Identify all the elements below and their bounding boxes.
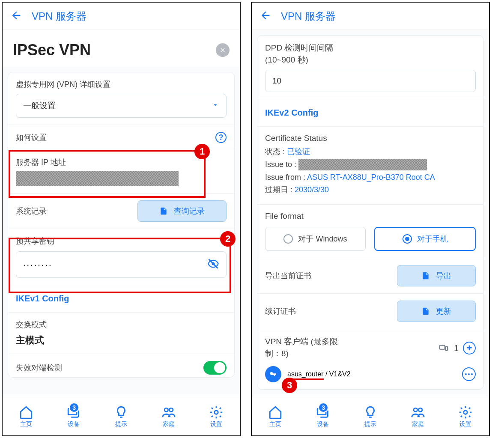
export-label: 导出当前证书 [265, 271, 311, 281]
nav-settings[interactable]: 设置 [458, 405, 473, 428]
howto-label: 如何设置 [16, 132, 47, 143]
nav-tip[interactable]: 提示 [363, 405, 378, 428]
page-title: VPN 服务器 [32, 9, 86, 23]
dpd-value: 10 [272, 76, 281, 85]
expiry-value: 2030/3/30 [295, 185, 329, 194]
phone-right: VPN 服务器 DPD 检测时间间隔 (10~900 秒) 10 IKEv2 C… [251, 2, 490, 436]
page-title-r: VPN 服务器 [281, 9, 336, 23]
issue-from-label: Issue from : [265, 173, 307, 182]
syslog-section: 系统记录 查询记录 [8, 194, 234, 229]
back-arrow-icon[interactable] [259, 9, 271, 23]
radio-mobile[interactable]: 对于手机 [374, 227, 476, 251]
dpd-toggle[interactable] [203, 361, 227, 375]
renew-label: 续订证书 [265, 306, 296, 316]
radio-dot-icon [403, 234, 412, 244]
issue-from-row: Issue from : ASUS RT-AX88U_Pro-B370 Root… [265, 173, 476, 182]
detail-select[interactable]: 一般设置 [16, 94, 227, 118]
client-user-text: asus_router / V1&V2 [287, 370, 351, 378]
status-value: 已验证 [287, 147, 310, 156]
add-client-button[interactable]: + [463, 342, 476, 355]
dpd-label-1: DPD 检测时间间隔 [265, 42, 476, 54]
nav-device-badge: 3 [318, 402, 328, 413]
nav-home-label: 主页 [20, 420, 32, 428]
client-user-suffix: / V1&V2 [324, 370, 351, 378]
content-right: DPD 检测时间间隔 (10~900 秒) 10 IKEv2 Config Ce… [252, 30, 489, 397]
radio-mobile-label: 对于手机 [417, 234, 448, 244]
content-left: IPSec VPN 虚拟专用网 (VPN) 详细设置 一般设置 如何设置 ? 服… [3, 30, 240, 397]
radio-row: 对于 Windows 对于手机 [265, 227, 476, 251]
nav-family-label: 家庭 [163, 420, 175, 428]
nav-home-label: 主页 [269, 420, 281, 428]
close-icon[interactable] [216, 43, 230, 57]
detail-value: 一般设置 [23, 100, 56, 111]
help-icon[interactable]: ? [215, 132, 227, 143]
nav-home[interactable]: 主页 [19, 405, 33, 428]
client-label-1: VPN 客户端 (最多限 [265, 336, 338, 347]
more-icon[interactable] [462, 367, 476, 381]
svg-point-7 [414, 408, 418, 412]
bottom-nav: 主页 3 设备 提示 家庭 设置 [3, 397, 240, 435]
export-section: 导出当前证书 导出 [257, 258, 483, 294]
client-header-row: VPN 客户端 (最多限 制：8) 1 + [265, 336, 476, 360]
export-btn-label: 导出 [436, 271, 451, 281]
ipsec-title: IPSec VPN [13, 41, 91, 59]
query-log-button[interactable]: 查询记录 [137, 200, 227, 222]
topbar: VPN 服务器 [3, 3, 240, 30]
nav-settings-label: 设置 [459, 420, 471, 428]
renew-btn-label: 更新 [436, 306, 451, 316]
settings-card-r: DPD 检测时间间隔 (10~900 秒) 10 IKEv2 Config Ce… [257, 35, 484, 390]
query-log-label: 查询记录 [174, 206, 205, 216]
radio-dot-icon [283, 234, 293, 244]
settings-card: 虚拟专用网 (VPN) 详细设置 一般设置 如何设置 ? 服务器 IP 地址 系… [8, 72, 235, 378]
issue-to-row: Issue to : [265, 159, 476, 170]
svg-point-3 [214, 410, 218, 414]
callout-1-box [9, 150, 206, 198]
nav-tip-label: 提示 [115, 420, 127, 428]
export-button[interactable]: 导出 [397, 265, 476, 286]
expiry-row: 过期日 : 2030/3/30 [265, 185, 476, 195]
callout-1-badge: 1 [194, 144, 210, 159]
nav-tip-label: 提示 [364, 420, 376, 428]
svg-point-2 [169, 408, 173, 412]
callout-2-box [9, 238, 231, 293]
bottom-nav-r: 主页 3 设备 提示 家庭 设置 [252, 397, 489, 435]
file-format-label: File format [265, 212, 476, 221]
dpd-input[interactable]: 10 [265, 70, 476, 92]
nav-device-label: 设备 [317, 420, 329, 428]
nav-family[interactable]: 家庭 [161, 405, 176, 428]
nav-tip[interactable]: 提示 [114, 405, 128, 428]
nav-device-label: 设备 [68, 420, 80, 428]
detail-label: 虚拟专用网 (VPN) 详细设置 [16, 79, 227, 89]
nav-device-badge: 3 [69, 402, 79, 413]
renew-button[interactable]: 更新 [397, 301, 476, 322]
exchange-label: 交换模式 [16, 319, 227, 330]
issue-to-redacted [298, 159, 427, 170]
nav-settings[interactable]: 设置 [209, 405, 224, 428]
svg-point-1 [164, 408, 168, 412]
key-icon [265, 366, 281, 382]
nav-device[interactable]: 3 设备 [66, 405, 81, 428]
file-format-section: File format 对于 Windows 对于手机 [257, 205, 483, 258]
nav-device[interactable]: 3 设备 [316, 405, 330, 428]
nav-home[interactable]: 主页 [268, 405, 283, 428]
callout-3-badge: 3 [282, 378, 297, 393]
client-count: 1 [454, 343, 459, 353]
client-label-wrap: VPN 客户端 (最多限 制：8) [265, 336, 338, 360]
callout-2-badge: 2 [220, 231, 236, 247]
phone-left: VPN 服务器 IPSec VPN 虚拟专用网 (VPN) 详细设置 一般设置 … [2, 2, 241, 436]
cert-status-label: Certificate Status [265, 134, 476, 143]
dpd-section: DPD 检测时间间隔 (10~900 秒) 10 [257, 36, 483, 99]
radio-windows[interactable]: 对于 Windows [265, 227, 366, 251]
expiry-label: 过期日 : [265, 185, 295, 194]
svg-point-8 [418, 408, 422, 412]
nav-family-label: 家庭 [412, 420, 424, 428]
topbar-r: VPN 服务器 [252, 3, 489, 30]
client-count-group: 1 + [438, 342, 476, 355]
nav-family[interactable]: 家庭 [411, 405, 425, 428]
detail-section: 虚拟专用网 (VPN) 详细设置 一般设置 [8, 72, 234, 125]
devices-icon [438, 343, 450, 353]
back-arrow-icon[interactable] [10, 9, 22, 23]
client-user-row[interactable]: asus_router / V1&V2 [265, 360, 476, 382]
issue-to-label: Issue to : [265, 160, 298, 169]
dpd-toggle-label: 失效对端检测 [16, 363, 62, 373]
